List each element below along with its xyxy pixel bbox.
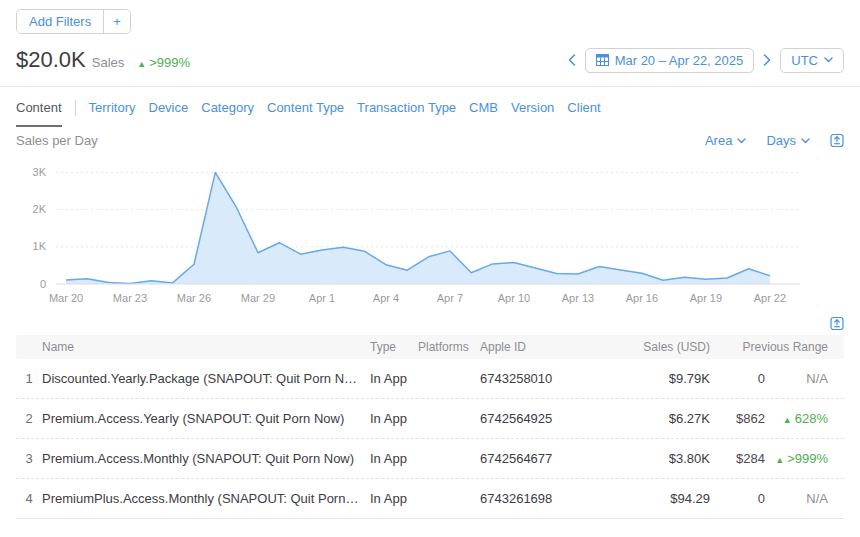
timezone-dropdown[interactable]: UTC: [780, 48, 844, 73]
x-tick-label: Apr 16: [626, 292, 658, 304]
up-triangle-icon: ▲: [137, 59, 146, 69]
x-tick-label: Apr 19: [690, 292, 722, 304]
row-index: 1: [16, 371, 42, 386]
x-tick-label: Apr 22: [754, 292, 786, 304]
x-tick-label: Apr 1: [309, 292, 335, 304]
x-tick-label: Mar 26: [177, 292, 211, 304]
row-change: ▲628%: [765, 411, 844, 426]
chart-title: Sales per Day: [16, 133, 98, 148]
tab-transaction-type[interactable]: Transaction Type: [357, 100, 456, 125]
row-sales: $94.29: [630, 491, 710, 506]
y-tick-label: 3K: [33, 166, 47, 178]
row-type: In App: [370, 411, 418, 426]
date-range-button[interactable]: Mar 20 – Apr 22, 2025: [585, 48, 755, 73]
previous-range-button[interactable]: [566, 54, 578, 66]
table-row[interactable]: 1 Discounted.Yearly.Package (SNAPOUT: Qu…: [16, 359, 844, 399]
row-previous-value: $862: [710, 411, 765, 426]
sales-change-value: >999%: [149, 55, 190, 70]
chevron-down-icon: [824, 57, 833, 63]
tab-device[interactable]: Device: [149, 100, 189, 125]
row-change: N/A: [765, 371, 844, 386]
tab-version[interactable]: Version: [511, 100, 554, 125]
header-apple-id: Apple ID: [480, 340, 630, 354]
table-body: 1 Discounted.Yearly.Package (SNAPOUT: Qu…: [16, 359, 844, 519]
row-apple-id: 6742564677: [480, 451, 630, 466]
table-export-button[interactable]: [830, 316, 844, 331]
tab-separator: [75, 100, 76, 116]
interval-dropdown[interactable]: Days: [766, 133, 810, 148]
sales-table: Name Type Platforms Apple ID Sales (USD)…: [16, 335, 844, 519]
filters-bar: Add Filters +: [0, 0, 860, 34]
add-filters-button[interactable]: Add Filters: [17, 10, 103, 33]
row-type: In App: [370, 371, 418, 386]
tab-content[interactable]: Content: [16, 100, 62, 127]
row-type: In App: [370, 491, 418, 506]
date-range-bar: Mar 20 – Apr 22, 2025 UTC: [566, 48, 844, 73]
x-tick-label: Apr 10: [498, 292, 530, 304]
add-filter-plus-button[interactable]: +: [103, 10, 130, 33]
header-previous-range: Previous Range: [710, 340, 844, 354]
sales-metric-label: Sales: [92, 55, 125, 70]
tab-territory[interactable]: Territory: [89, 100, 136, 125]
row-product-name: Premium.Access.Yearly (SNAPOUT: Quit Por…: [42, 411, 370, 426]
date-range-label: Mar 20 – Apr 22, 2025: [615, 53, 744, 68]
tab-client[interactable]: Client: [567, 100, 600, 125]
area-fill: [66, 172, 770, 284]
row-type: In App: [370, 451, 418, 466]
x-tick-label: Mar 20: [49, 292, 83, 304]
row-product-name: PremiumPlus.Access.Monthly (SNAPOUT: Qui…: [42, 491, 370, 506]
row-apple-id: 6743261698: [480, 491, 630, 506]
next-range-button[interactable]: [761, 54, 773, 66]
row-sales: $6.27K: [630, 411, 710, 426]
x-tick-label: Apr 4: [373, 292, 399, 304]
row-index: 2: [16, 411, 42, 426]
calendar-icon: [596, 54, 609, 66]
summary-row: $20.0K Sales ▲>999% Mar 20 – Apr 22, 202…: [0, 34, 860, 73]
chart-export-button[interactable]: [830, 133, 844, 148]
row-apple-id: 6743258010: [480, 371, 630, 386]
row-change: N/A: [765, 491, 844, 506]
sales-summary: $20.0K Sales ▲>999%: [16, 47, 190, 73]
up-triangle-icon: ▲: [775, 455, 784, 465]
header-platforms: Platforms: [418, 340, 480, 354]
tab-bar: ContentTerritoryDeviceCategoryContent Ty…: [0, 87, 860, 127]
table-row[interactable]: 4 PremiumPlus.Access.Monthly (SNAPOUT: Q…: [16, 479, 844, 519]
x-tick-label: Mar 29: [241, 292, 275, 304]
chart-type-dropdown[interactable]: Area: [705, 133, 746, 148]
add-filters-group: Add Filters +: [16, 9, 131, 34]
row-sales: $9.79K: [630, 371, 710, 386]
row-change: ▲>999%: [765, 451, 844, 466]
row-product-name: Discounted.Yearly.Package (SNAPOUT: Quit…: [42, 371, 370, 386]
x-tick-label: Mar 23: [113, 292, 147, 304]
row-product-name: Premium.Access.Monthly (SNAPOUT: Quit Po…: [42, 451, 370, 466]
y-tick-label: 0: [40, 278, 46, 290]
header-sales: Sales (USD): [630, 340, 710, 354]
row-previous-value: 0: [710, 491, 765, 506]
table-row[interactable]: 2 Premium.Access.Yearly (SNAPOUT: Quit P…: [16, 399, 844, 439]
header-name: Name: [42, 340, 370, 354]
row-index: 3: [16, 451, 42, 466]
chevron-down-icon: [737, 138, 746, 144]
tab-cmb[interactable]: CMB: [469, 100, 498, 125]
table-header-row: Name Type Platforms Apple ID Sales (USD)…: [16, 335, 844, 359]
row-index: 4: [16, 491, 42, 506]
chart-type-label: Area: [705, 133, 732, 148]
table-row[interactable]: 3 Premium.Access.Monthly (SNAPOUT: Quit …: [16, 439, 844, 479]
x-tick-label: Apr 7: [437, 292, 463, 304]
interval-label: Days: [766, 133, 796, 148]
sales-change-badge: ▲>999%: [137, 55, 190, 70]
chart-controls: Area Days: [705, 133, 844, 148]
chevron-down-icon: [801, 138, 810, 144]
table-toolbar: [0, 308, 860, 335]
chart-header: Sales per Day Area Days: [0, 127, 860, 148]
tab-category[interactable]: Category: [201, 100, 254, 125]
chevron-right-icon: [763, 54, 771, 66]
y-tick-label: 2K: [33, 203, 47, 215]
export-icon: [830, 133, 844, 148]
export-icon: [830, 316, 844, 331]
row-apple-id: 6742564925: [480, 411, 630, 426]
row-previous-value: $284: [710, 451, 765, 466]
tab-content-type[interactable]: Content Type: [267, 100, 344, 125]
y-tick-label: 1K: [33, 240, 47, 252]
sales-total: $20.0K: [16, 47, 86, 73]
